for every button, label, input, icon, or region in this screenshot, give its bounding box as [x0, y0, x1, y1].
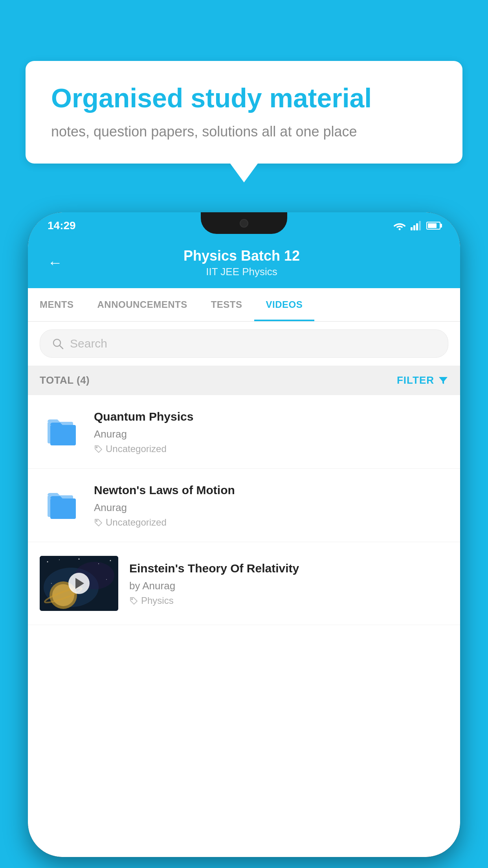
tag-icon [129, 596, 138, 605]
svg-rect-4 [419, 221, 421, 230]
back-button[interactable]: ← [48, 254, 62, 271]
filter-funnel-icon [438, 375, 448, 386]
svg-point-9 [96, 447, 97, 448]
svg-rect-2 [413, 225, 415, 230]
tag-icon [94, 445, 103, 453]
video-title: Einstein's Theory Of Relativity [129, 561, 448, 576]
app-header: ← Physics Batch 12 IIT JEE Physics [28, 239, 460, 288]
header-subtitle: IIT JEE Physics [74, 266, 409, 278]
file-icon-container [40, 484, 83, 527]
video-title: Quantum Physics [94, 409, 448, 424]
video-author: Anurag [94, 502, 448, 514]
svg-point-26 [132, 599, 133, 600]
status-time: 14:29 [48, 219, 76, 232]
battery-icon [426, 222, 440, 230]
list-item[interactable]: Quantum Physics Anurag Uncategorized [28, 395, 460, 469]
tab-tests[interactable]: TESTS [199, 288, 254, 321]
svg-rect-3 [416, 223, 418, 230]
tab-announcements[interactable]: ANNOUNCEMENTS [86, 288, 199, 321]
signal-icon [411, 221, 422, 230]
status-icons [393, 221, 440, 230]
tabs-bar: MENTS ANNOUNCEMENTS TESTS VIDEOS [28, 288, 460, 322]
total-count-label: TOTAL (4) [40, 374, 90, 386]
tag-icon [94, 518, 103, 527]
search-icon [52, 338, 64, 349]
svg-point-16 [47, 561, 48, 563]
video-info: Einstein's Theory Of Relativity by Anura… [129, 561, 448, 606]
video-tag: Uncategorized [94, 443, 448, 454]
speech-bubble: Organised study material notes, question… [26, 61, 462, 164]
video-info: Quantum Physics Anurag Uncategorized [94, 409, 448, 454]
svg-point-12 [96, 520, 97, 522]
play-triangle-icon [75, 578, 84, 589]
video-tag: Uncategorized [94, 517, 448, 528]
video-title: Newton's Laws of Motion [94, 482, 448, 498]
svg-line-6 [60, 346, 63, 349]
tag-label: Physics [141, 595, 174, 606]
bubble-subtitle: notes, question papers, solutions all at… [51, 122, 437, 142]
svg-point-21 [106, 579, 107, 580]
video-thumbnail [40, 556, 118, 611]
svg-rect-1 [411, 227, 413, 230]
front-camera [240, 219, 248, 228]
content-area: Quantum Physics Anurag Uncategorized [28, 395, 460, 857]
search-container: Search [28, 322, 460, 366]
tab-ments[interactable]: MENTS [28, 288, 86, 321]
svg-rect-11 [50, 498, 76, 519]
video-author: by Anurag [129, 580, 448, 592]
svg-point-17 [59, 559, 60, 560]
video-tag: Physics [129, 595, 448, 606]
play-button[interactable] [68, 573, 90, 594]
folder-icon [46, 414, 77, 449]
video-info: Newton's Laws of Motion Anurag Uncategor… [94, 482, 448, 528]
tag-label: Uncategorized [106, 517, 167, 528]
svg-point-18 [79, 559, 80, 560]
svg-point-22 [51, 583, 52, 584]
filter-label: FILTER [397, 374, 434, 386]
search-input[interactable]: Search [70, 337, 107, 350]
tag-label: Uncategorized [106, 443, 167, 454]
notch [201, 212, 287, 234]
svg-point-0 [399, 228, 401, 230]
status-bar: 14:29 [28, 212, 460, 239]
list-item[interactable]: Einstein's Theory Of Relativity by Anura… [28, 542, 460, 625]
search-box[interactable]: Search [40, 329, 448, 358]
svg-rect-8 [50, 425, 76, 445]
phone-frame: 14:29 [28, 212, 460, 857]
tab-videos[interactable]: VIDEOS [254, 288, 315, 321]
bubble-title: Organised study material [51, 83, 437, 113]
video-author: Anurag [94, 428, 448, 440]
svg-point-20 [110, 560, 111, 561]
file-icon-container [40, 410, 83, 453]
header-title: Physics Batch 12 [74, 248, 409, 264]
folder-icon [46, 487, 77, 523]
filter-button[interactable]: FILTER [397, 374, 448, 386]
svg-point-19 [98, 563, 99, 564]
phone-screen: 14:29 [28, 212, 460, 857]
wifi-icon [393, 221, 406, 230]
list-item[interactable]: Newton's Laws of Motion Anurag Uncategor… [28, 469, 460, 542]
filter-bar: TOTAL (4) FILTER [28, 366, 460, 395]
header-title-group: Physics Batch 12 IIT JEE Physics [74, 248, 409, 278]
